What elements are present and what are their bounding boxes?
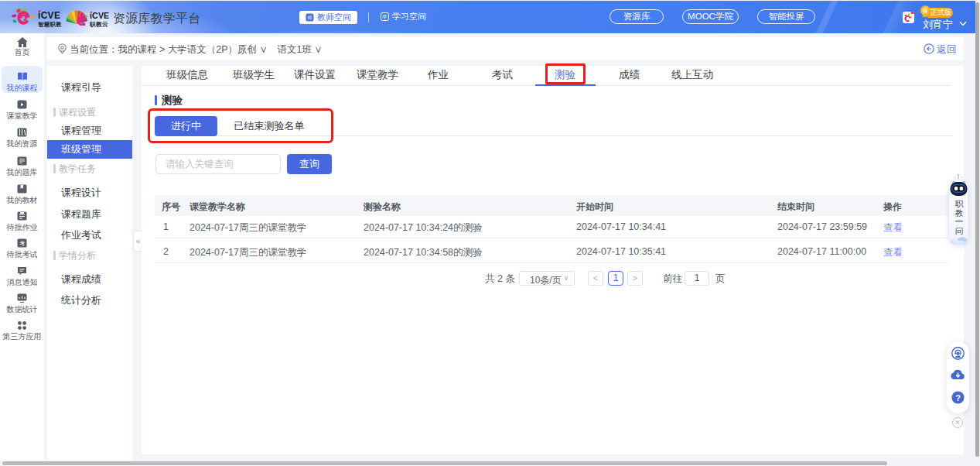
svg-text:iCVE: iCVE (90, 11, 109, 20)
svg-text:?: ? (955, 393, 961, 403)
svg-text:师: 师 (308, 15, 312, 20)
svg-text:职教云: 职教云 (89, 21, 108, 28)
svg-text:考: 考 (19, 241, 25, 247)
svg-text:智慧职教: 智慧职教 (38, 21, 62, 28)
svg-text:学: 学 (383, 15, 388, 19)
svg-text:iCVE: iCVE (38, 10, 60, 21)
